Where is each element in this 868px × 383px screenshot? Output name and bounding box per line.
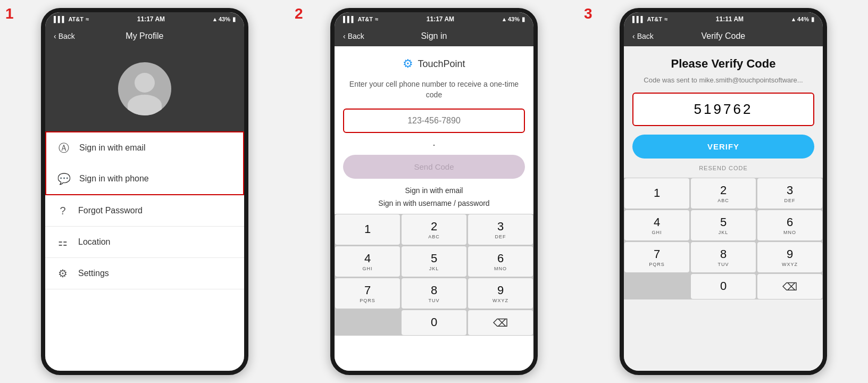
profile-content: Ⓐ Sign in with email 💬 Sign in with phon… bbox=[45, 46, 244, 371]
battery-icon-1: ▮ bbox=[232, 16, 236, 23]
battery-icon-3: ▮ bbox=[811, 16, 814, 23]
key-delete-3[interactable]: ⌫ bbox=[757, 274, 822, 299]
phone-number-input[interactable] bbox=[353, 116, 515, 126]
key-3-3[interactable]: 3DEF bbox=[757, 178, 822, 209]
phone-frame-1: ▌▌▌ AT&T ≈ 11:17 AM ▴ 43% ▮ ‹ Back My Pr… bbox=[41, 8, 248, 375]
time-display-2: 11:17 AM bbox=[427, 15, 454, 23]
key-7-2[interactable]: 7PQRS bbox=[335, 278, 400, 309]
phone-frame-3: ▌▌▌ AT&T ≈ 11:11 AM ▴ 44% ▮ ‹ Back Verif… bbox=[620, 8, 827, 375]
back-label-2: Back bbox=[348, 32, 364, 40]
key-9-2[interactable]: 9WXYZ bbox=[468, 278, 533, 309]
step-label-2: 2 bbox=[295, 5, 303, 22]
key-9-3[interactable]: 9WXYZ bbox=[757, 242, 822, 272]
verify-code-input[interactable]: 519762 bbox=[632, 93, 814, 126]
avatar-person bbox=[118, 62, 171, 115]
nav-title-1: My Profile bbox=[75, 31, 214, 41]
question-icon: ? bbox=[56, 204, 70, 218]
back-button-3[interactable]: ‹ Back bbox=[632, 32, 654, 40]
back-button-1[interactable]: ‹ Back bbox=[54, 32, 75, 40]
back-chevron-icon-2: ‹ bbox=[343, 32, 346, 40]
nav-title-3: Verify Code bbox=[654, 31, 793, 41]
key-6-2[interactable]: 6MNO bbox=[468, 246, 533, 277]
signal-area-3: ▌▌▌ AT&T ≈ bbox=[632, 16, 667, 22]
status-bar-1: ▌▌▌ AT&T ≈ 11:17 AM ▴ 43% ▮ bbox=[45, 12, 244, 26]
gear-icon: ⚙ bbox=[56, 267, 70, 280]
sign-in-email-label: Sign in with email bbox=[79, 143, 146, 153]
key-7-3[interactable]: 7PQRS bbox=[624, 242, 689, 272]
verify-button[interactable]: VERIFY bbox=[632, 135, 814, 159]
signal-area-1: ▌▌▌ AT&T ≈ bbox=[54, 16, 89, 22]
panel-3: 3 ▌▌▌ AT&T ≈ 11:11 AM ▴ 44% ▮ ‹ Back Ver… bbox=[579, 0, 868, 383]
carrier-label-3: AT&T bbox=[647, 16, 662, 22]
time-display-3: 11:11 AM bbox=[716, 15, 744, 23]
key-delete-2[interactable]: ⌫ bbox=[468, 310, 533, 335]
menu-item-location[interactable]: ⚏ Location bbox=[45, 227, 244, 258]
key-empty-3 bbox=[624, 274, 689, 299]
verify-content: Please Verify Code Code was sent to mike… bbox=[624, 46, 823, 371]
menu-item-sign-in-email[interactable]: Ⓐ Sign in with email bbox=[45, 131, 244, 163]
dot-indicator: · bbox=[343, 139, 525, 151]
signal-bars-icon: ▌▌▌ bbox=[54, 16, 66, 22]
key-4-2[interactable]: 4GHI bbox=[335, 246, 400, 277]
phone-chat-icon: 💬 bbox=[57, 172, 71, 186]
key-8-3[interactable]: 8TUV bbox=[691, 242, 756, 272]
status-bar-3: ▌▌▌ AT&T ≈ 11:11 AM ▴ 44% ▮ bbox=[624, 12, 823, 26]
gps-icon-1: ▴ bbox=[213, 16, 216, 23]
keypad-3: 1 2ABC 3DEF 4GHI 5JKL 6MNO 7PQRS 8TUV 9W… bbox=[624, 178, 823, 299]
key-5-2[interactable]: 5JKL bbox=[402, 246, 466, 277]
back-button-2[interactable]: ‹ Back bbox=[343, 32, 364, 40]
status-bar-2: ▌▌▌ AT&T ≈ 11:17 AM ▴ 43% ▮ bbox=[335, 12, 533, 26]
signin-prompt: Enter your cell phone number to receive … bbox=[343, 79, 525, 100]
signin-username-link[interactable]: Sign in with username / password bbox=[343, 199, 525, 207]
avatar bbox=[118, 62, 171, 115]
back-label-3: Back bbox=[637, 32, 654, 40]
verify-subtitle: Code was sent to mike.smith@touchpointso… bbox=[632, 76, 814, 84]
battery-label-3: 44% bbox=[797, 16, 809, 22]
menu-item-settings[interactable]: ⚙ Settings bbox=[45, 258, 244, 289]
send-code-button[interactable]: Send Code bbox=[343, 155, 525, 179]
time-display-1: 11:17 AM bbox=[137, 15, 165, 23]
key-1-3[interactable]: 1 bbox=[624, 178, 689, 209]
key-6-3[interactable]: 6MNO bbox=[757, 210, 822, 240]
battery-area-2: ▴ 43% ▮ bbox=[503, 16, 525, 23]
battery-icon-2: ▮ bbox=[522, 16, 525, 23]
key-empty-2 bbox=[335, 310, 400, 335]
nav-bar-1: ‹ Back My Profile bbox=[45, 26, 244, 46]
key-0-2[interactable]: 0 bbox=[402, 310, 466, 335]
back-chevron-icon-3: ‹ bbox=[632, 32, 635, 40]
location-label: Location bbox=[78, 237, 111, 247]
wifi-icon-3: ≈ bbox=[664, 16, 667, 22]
key-1-2[interactable]: 1 bbox=[335, 214, 400, 245]
back-label-1: Back bbox=[59, 32, 75, 40]
location-pin-icon: ⚏ bbox=[56, 235, 70, 249]
signal-bars-icon-2: ▌▌▌ bbox=[343, 16, 355, 22]
forgot-password-label: Forgot Password bbox=[78, 206, 143, 215]
signin-email-link[interactable]: Sign in with email bbox=[343, 186, 525, 195]
menu-item-forgot-password[interactable]: ? Forgot Password bbox=[45, 195, 244, 227]
menu-item-sign-in-phone[interactable]: 💬 Sign in with phone bbox=[45, 163, 244, 195]
gps-icon-3: ▴ bbox=[792, 16, 795, 23]
resend-code-link[interactable]: RESEND CODE bbox=[632, 165, 814, 171]
back-chevron-icon-1: ‹ bbox=[54, 32, 56, 40]
key-2-3[interactable]: 2ABC bbox=[691, 178, 756, 209]
key-5-3[interactable]: 5JKL bbox=[691, 210, 756, 240]
battery-label-1: 43% bbox=[219, 16, 230, 22]
wifi-icon-1: ≈ bbox=[86, 16, 89, 22]
step-label-1: 1 bbox=[5, 5, 14, 22]
key-0-3[interactable]: 0 bbox=[691, 274, 756, 299]
phone-frame-2: ▌▌▌ AT&T ≈ 11:17 AM ▴ 43% ▮ ‹ Back Sign … bbox=[330, 8, 538, 375]
signal-area-2: ▌▌▌ AT&T ≈ bbox=[343, 16, 378, 22]
key-4-3[interactable]: 4GHI bbox=[624, 210, 689, 240]
panel-2: 2 ▌▌▌ AT&T ≈ 11:17 AM ▴ 43% ▮ ‹ Back Sig… bbox=[289, 0, 579, 383]
key-8-2[interactable]: 8TUV bbox=[402, 278, 466, 309]
battery-area-1: ▴ 43% ▮ bbox=[213, 16, 236, 23]
phone-number-input-wrap[interactable] bbox=[343, 109, 525, 133]
key-2-2[interactable]: 2ABC bbox=[402, 214, 466, 245]
key-3-2[interactable]: 3DEF bbox=[468, 214, 533, 245]
signin-content: ⚙ TouchPoint Enter your cell phone numbe… bbox=[335, 46, 533, 371]
gps-icon-2: ▴ bbox=[503, 16, 506, 23]
avatar-body bbox=[128, 95, 162, 115]
battery-label-2: 43% bbox=[508, 16, 520, 22]
nav-bar-2: ‹ Back Sign in bbox=[335, 26, 533, 46]
verify-title: Please Verify Code bbox=[632, 57, 814, 71]
